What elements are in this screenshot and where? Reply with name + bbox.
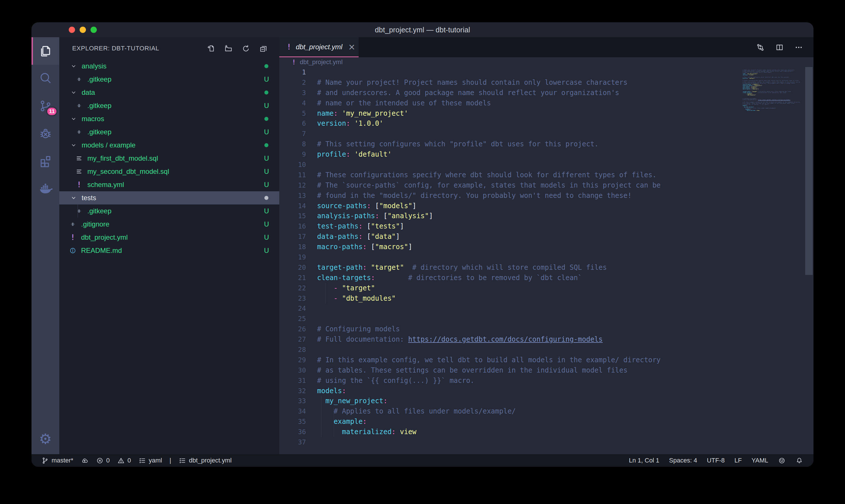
code-line[interactable]: 18macro-paths: ["macros"] xyxy=(279,242,813,252)
extensions-icon xyxy=(38,154,53,168)
tab-dbt-project-yml[interactable]: ! dbt_project.yml × xyxy=(279,37,359,57)
code-line[interactable]: 20target-path: "target" # directory whic… xyxy=(279,262,813,273)
tree-file--gitkeep[interactable]: .gitkeepU xyxy=(59,99,279,112)
code-line[interactable]: 22 - "target" xyxy=(279,283,813,293)
split-editor-button[interactable] xyxy=(775,43,784,52)
activity-bar-item-settings[interactable]: ⚙ xyxy=(39,432,52,446)
tree-file--gitkeep[interactable]: .gitkeepU xyxy=(59,125,279,139)
status-tasks-yaml[interactable]: yaml xyxy=(138,457,162,465)
code-line[interactable]: 34 # Applies to all files under models/e… xyxy=(279,406,813,416)
activity-bar-item-extensions[interactable] xyxy=(32,147,59,175)
code-line[interactable]: 25 xyxy=(279,313,813,324)
code-line[interactable]: 15analysis-paths: ["analysis"] xyxy=(279,211,813,221)
yaml-warning-icon: ! xyxy=(287,43,291,51)
collapse-all-button[interactable] xyxy=(259,44,268,53)
tree-file--gitkeep[interactable]: .gitkeepU xyxy=(59,204,279,218)
compare-changes-button[interactable] xyxy=(756,43,765,52)
status-language-mode[interactable]: YAML xyxy=(752,457,768,464)
code-line[interactable]: 33 my_new_project: xyxy=(279,396,813,406)
status-errors[interactable]: 0 xyxy=(96,457,110,465)
git-status-badge: U xyxy=(264,233,269,241)
code-line[interactable]: 9profile: 'default' xyxy=(279,149,813,160)
status-feedback[interactable] xyxy=(778,457,786,465)
code-line[interactable]: 1 xyxy=(279,67,813,77)
code-line[interactable]: 13# found in the "models/" directory. Yo… xyxy=(279,191,813,201)
code-line[interactable]: 16test-paths: ["tests"] xyxy=(279,221,813,231)
refresh-button[interactable] xyxy=(241,44,250,53)
code-line[interactable]: 26# Configuring models xyxy=(279,324,813,334)
breadcrumb[interactable]: ! dbt_project.yml xyxy=(279,57,813,67)
minimize-window-button[interactable] xyxy=(79,26,86,33)
code-line[interactable]: 30# as tables. These settings can be ove… xyxy=(279,365,813,375)
minimap[interactable]: # Name your project! Project names shoul… xyxy=(743,68,804,112)
status-eol[interactable]: LF xyxy=(734,457,742,464)
activity-bar-item-docker[interactable] xyxy=(32,175,59,202)
code-line[interactable]: 19 xyxy=(279,252,813,262)
status-git-branch[interactable]: master* xyxy=(41,457,73,465)
activity-bar-item-explorer[interactable] xyxy=(32,37,59,65)
new-file-button[interactable] xyxy=(206,44,215,53)
tree-folder-analysis[interactable]: analysis xyxy=(59,59,279,73)
code-line[interactable]: 3# and underscores. A good package name … xyxy=(279,88,813,98)
code-line[interactable]: 31# using the `{{ config(...) }}` macro. xyxy=(279,375,813,386)
status-cursor-position[interactable]: Ln 1, Col 1 xyxy=(629,457,659,464)
code-line[interactable]: 21clean-targets: # directories to be rem… xyxy=(279,273,813,283)
tree-file-dbt-project-yml[interactable]: !dbt_project.ymlU xyxy=(59,231,279,244)
code-editor[interactable]: 12# Name your project! Project names sho… xyxy=(279,67,813,454)
activity-bar: 11 ⚙ xyxy=(32,37,59,454)
code-line[interactable]: 6version: '1.0.0' xyxy=(279,118,813,129)
line-number: 21 xyxy=(279,274,306,282)
activity-bar-item-source-control[interactable]: 11 xyxy=(32,92,59,120)
code-line[interactable]: 7 xyxy=(279,129,813,139)
code-line[interactable]: 17data-paths: ["data"] xyxy=(279,231,813,242)
tree-file-my-second-dbt-model-sql[interactable]: my_second_dbt_model.sqlU xyxy=(59,165,279,178)
close-icon[interactable]: × xyxy=(348,42,355,52)
code-line[interactable]: 32models: xyxy=(279,386,813,396)
tree-folder-data[interactable]: data xyxy=(59,86,279,99)
line-number: 17 xyxy=(279,233,306,240)
code-line[interactable]: 2# Name your project! Project names shou… xyxy=(279,77,813,88)
status-tasks-file[interactable]: dbt_project.yml xyxy=(178,457,231,465)
code-line[interactable]: 35 example: xyxy=(279,416,813,427)
code-line[interactable]: 24 xyxy=(279,303,813,313)
more-actions-button[interactable] xyxy=(794,43,803,52)
zoom-window-button[interactable] xyxy=(91,26,97,33)
code-line[interactable]: 10 xyxy=(279,160,813,170)
vertical-scrollbar[interactable] xyxy=(805,67,813,275)
activity-bar-item-search[interactable] xyxy=(32,65,59,92)
status-notifications[interactable] xyxy=(795,457,803,465)
title-bar[interactable]: dbt_project.yml — dbt-tutorial xyxy=(32,22,813,37)
status-indentation[interactable]: Spaces: 4 xyxy=(669,457,697,464)
refresh-icon xyxy=(241,44,250,53)
tree-file-schema-yml[interactable]: !schema.ymlU xyxy=(59,178,279,191)
tree-folder-models-example[interactable]: models / example xyxy=(59,139,279,152)
code-line[interactable]: 14source-paths: ["models"] xyxy=(279,201,813,211)
code-line[interactable]: 5name: 'my_new_project' xyxy=(279,108,813,119)
code-line[interactable]: 11# These configurations specify where d… xyxy=(279,170,813,180)
code-line[interactable]: 28 xyxy=(279,344,813,355)
status-sync[interactable] xyxy=(81,457,89,465)
new-folder-button[interactable] xyxy=(224,44,233,53)
line-number: 9 xyxy=(279,151,306,158)
code-line[interactable]: 36 materialized: view xyxy=(279,427,813,437)
status-encoding[interactable]: UTF-8 xyxy=(707,457,725,464)
tree-file-readme-md[interactable]: README.mdU xyxy=(59,244,279,257)
tree-folder-macros[interactable]: macros xyxy=(59,112,279,125)
tree-file-my-first-dbt-model-sql[interactable]: my_first_dbt_model.sqlU xyxy=(59,152,279,165)
code-line[interactable]: 27# Full documentation: https://docs.get… xyxy=(279,334,813,344)
code-line[interactable]: 12# The `source-paths` config, for examp… xyxy=(279,180,813,191)
tree-folder-tests[interactable]: tests xyxy=(59,191,279,204)
activity-bar-item-debug[interactable] xyxy=(32,120,59,147)
yaml-warning-icon: ! xyxy=(292,58,296,66)
close-window-button[interactable] xyxy=(69,26,75,33)
code-line[interactable]: 29# In this example config, we tell dbt … xyxy=(279,355,813,365)
status-warnings[interactable]: 0 xyxy=(117,457,131,465)
line-number: 22 xyxy=(279,284,306,292)
code-line[interactable]: 23 - "dbt_modules" xyxy=(279,293,813,304)
code-line[interactable]: 4# name or the intended use of these mod… xyxy=(279,98,813,108)
code-line[interactable]: 37 xyxy=(279,437,813,447)
tree-file--gitkeep[interactable]: .gitkeepU xyxy=(59,73,279,86)
code-line[interactable]: 8# This setting configures which "profil… xyxy=(279,139,813,149)
tree-item-label: my_first_dbt_model.sql xyxy=(87,154,158,162)
tree-file--gitignore[interactable]: .gitignoreU xyxy=(59,218,279,231)
